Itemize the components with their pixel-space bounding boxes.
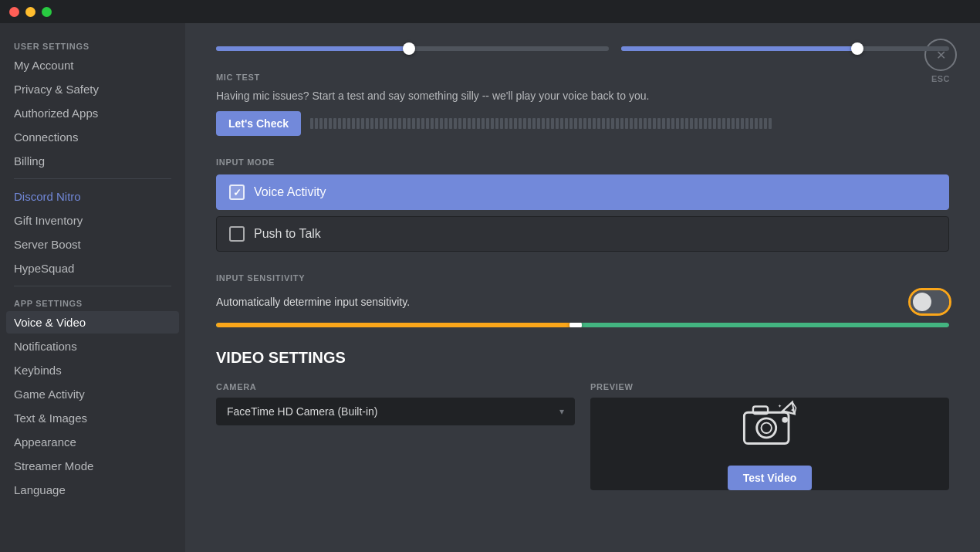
input-sensitivity-section: INPUT SENSITIVITY Automatically determin…: [216, 273, 949, 327]
mic-bar-1: [310, 118, 313, 129]
sidebar-label-discord-nitro: Discord Nitro: [14, 190, 81, 203]
mic-bar-42: [500, 118, 503, 129]
slider-1-fill: [216, 46, 409, 51]
mic-bar-28: [435, 118, 438, 129]
mic-bar-13: [366, 118, 369, 129]
mic-bar-18: [389, 118, 392, 129]
svg-point-4: [782, 417, 788, 423]
toggle-thumb: [913, 293, 931, 311]
user-settings-section-label: USER SETTINGS: [6, 42, 179, 51]
mic-bar-22: [407, 118, 411, 129]
mic-bar-50: [537, 118, 540, 129]
mic-bar-87: [708, 118, 711, 129]
sidebar-item-authorized-apps[interactable]: Authorized Apps: [6, 102, 179, 124]
mic-bar-92: [732, 118, 735, 129]
sidebar-item-my-account[interactable]: My Account: [6, 54, 179, 76]
sidebar-item-language[interactable]: Language: [6, 479, 179, 501]
main-content: ✕ ESC MIC TEST Having mic issues? Start …: [185, 23, 980, 552]
push-to-talk-option[interactable]: Push to Talk: [216, 216, 949, 252]
svg-rect-0: [744, 412, 789, 443]
sidebar-item-gift-inventory[interactable]: Gift Inventory: [6, 209, 179, 232]
minimize-button[interactable]: [25, 7, 35, 17]
mic-bar-67: [616, 118, 619, 129]
sidebar-item-text-images[interactable]: Text & Images: [6, 407, 179, 429]
sidebar-label-notifications: Notifications: [14, 340, 77, 353]
sidebar-item-streamer-mode[interactable]: Streamer Mode: [6, 455, 179, 477]
slider-2-track[interactable]: [621, 46, 949, 51]
test-video-button[interactable]: Test Video: [728, 466, 813, 490]
mic-bar-26: [426, 118, 429, 129]
mic-bar-60: [583, 118, 586, 129]
sidebar-item-billing[interactable]: Billing: [6, 150, 179, 172]
video-settings-grid: CAMERA FaceTime HD Camera (Built-in) ▾ P…: [216, 382, 949, 490]
auto-sensitivity-label: Automatically determine input sensitivit…: [216, 296, 410, 308]
sidebar-label-keybinds: Keybinds: [14, 364, 62, 377]
sidebar-divider-2: [14, 286, 171, 286]
mic-bar-10: [352, 118, 355, 129]
mic-bar-20: [398, 118, 401, 129]
mic-bar-58: [574, 118, 577, 129]
mic-bar-62: [593, 118, 596, 129]
mic-bar-69: [625, 118, 628, 129]
voice-activity-option[interactable]: ✓ Voice Activity: [216, 174, 949, 210]
sidebar-label-language: Language: [14, 483, 66, 496]
mic-bar-41: [495, 118, 498, 129]
sidebar-item-privacy-safety[interactable]: Privacy & Safety: [6, 78, 179, 100]
mic-bar-71: [634, 118, 637, 129]
sidebar-label-authorized-apps: Authorized Apps: [14, 107, 98, 120]
preview-label: PREVIEW: [590, 382, 949, 391]
mic-bar-51: [542, 118, 545, 129]
checkmark-icon: ✓: [233, 187, 242, 198]
mic-bar-45: [514, 118, 517, 129]
camera-preview-icon: ✦ ✦: [735, 398, 805, 453]
sidebar-label-connections: Connections: [14, 130, 78, 144]
mic-bar-49: [532, 118, 536, 129]
slider-2-thumb[interactable]: [851, 42, 863, 55]
slider-1-thumb[interactable]: [403, 42, 415, 55]
sidebar-item-voice-video[interactable]: Voice & Video: [6, 311, 179, 334]
mic-bar-65: [607, 118, 610, 129]
mic-bar-36: [472, 118, 475, 129]
esc-circle: ✕: [924, 39, 957, 71]
mic-bar-31: [449, 118, 452, 129]
mic-bar-88: [713, 118, 716, 129]
mic-bar-40: [491, 118, 494, 129]
esc-label: ESC: [931, 74, 950, 83]
camera-select[interactable]: FaceTime HD Camera (Built-in) ▾: [216, 398, 575, 425]
svg-point-1: [756, 418, 776, 438]
mic-bar-9: [347, 118, 350, 129]
mic-bar-25: [421, 118, 424, 129]
maximize-button[interactable]: [42, 7, 52, 17]
mic-bar-4: [324, 118, 327, 129]
mic-bar-46: [519, 118, 522, 129]
slider-1-track[interactable]: [216, 46, 609, 51]
mic-bar-29: [440, 118, 443, 129]
lets-check-button[interactable]: Let's Check: [216, 111, 301, 136]
input-mode-section: INPUT MODE ✓ Voice Activity Push to Talk: [216, 157, 949, 252]
mic-bar-82: [685, 118, 688, 129]
mic-bar-80: [676, 118, 679, 129]
mic-bar-96: [750, 118, 753, 129]
sensitivity-slider[interactable]: [216, 323, 949, 327]
sidebar-item-game-activity[interactable]: Game Activity: [6, 383, 179, 405]
esc-button[interactable]: ✕ ESC: [924, 39, 957, 83]
sidebar-item-hypesquad[interactable]: HypeSquad: [6, 257, 179, 279]
sidebar-item-appearance[interactable]: Appearance: [6, 431, 179, 453]
mic-bar-90: [722, 118, 725, 129]
top-sliders-row: [216, 46, 949, 51]
sensitivity-slider-thumb[interactable]: [569, 323, 582, 327]
auto-sensitivity-toggle[interactable]: [911, 290, 949, 313]
mic-bar-19: [394, 118, 397, 129]
video-settings-section: VIDEO SETTINGS CAMERA FaceTime HD Camera…: [216, 349, 949, 490]
sidebar-item-keybinds[interactable]: Keybinds: [6, 359, 179, 381]
close-button[interactable]: [9, 7, 19, 17]
voice-activity-label: Voice Activity: [254, 185, 326, 199]
mic-test-row: Let's Check: [216, 111, 949, 136]
sidebar-item-connections[interactable]: Connections: [6, 126, 179, 148]
sidebar-item-notifications[interactable]: Notifications: [6, 335, 179, 357]
chevron-down-icon: ▾: [559, 406, 564, 417]
sidebar-item-server-boost[interactable]: Server Boost: [6, 233, 179, 256]
slider-2-fill: [621, 46, 857, 51]
sidebar-item-discord-nitro[interactable]: Discord Nitro: [6, 185, 179, 208]
mic-bar-48: [528, 118, 531, 129]
